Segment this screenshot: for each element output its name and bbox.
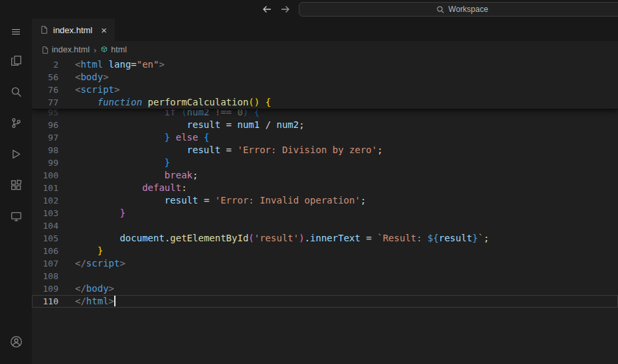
tab-bar: index.html × bbox=[32, 19, 618, 41]
line-number: 56 bbox=[32, 71, 58, 84]
code-line-96[interactable]: 96 result = num1 / num2; bbox=[32, 119, 618, 131]
code-line-95[interactable]: 95 if (num2 !== 0) { bbox=[32, 109, 618, 119]
search-icon bbox=[436, 5, 445, 14]
code-line-105[interactable]: 105 document.getElementById('result').in… bbox=[32, 232, 618, 245]
code-line-76[interactable]: 76<script> bbox=[32, 84, 618, 96]
titlebar: Workspace bbox=[0, 0, 618, 19]
code-line-77[interactable]: 77 function performCalculation() { bbox=[32, 96, 618, 109]
code-lines: 95 if (num2 !== 0) {96 result = num1 / n… bbox=[32, 109, 618, 308]
line-number: 96 bbox=[32, 119, 58, 131]
line-number: 109 bbox=[32, 282, 58, 295]
search-sidebar-icon[interactable] bbox=[0, 76, 32, 107]
code-line-107[interactable]: 107</script> bbox=[32, 257, 618, 270]
line-number: 102 bbox=[32, 194, 58, 207]
code-line-100[interactable]: 100 break; bbox=[32, 169, 618, 182]
line-number: 100 bbox=[32, 169, 58, 182]
run-debug-icon[interactable] bbox=[0, 139, 32, 170]
forward-arrow-icon[interactable] bbox=[280, 4, 291, 15]
source-control-icon[interactable] bbox=[0, 107, 32, 139]
code-line-108[interactable]: 108 bbox=[32, 270, 618, 282]
code-line-2[interactable]: 2<html lang="en"> bbox=[32, 58, 618, 71]
code-line-110[interactable]: 110</html> bbox=[32, 295, 618, 308]
html-file-icon bbox=[40, 25, 48, 34]
line-number: 106 bbox=[32, 245, 58, 257]
breadcrumb-symbol-html[interactable]: html bbox=[100, 45, 127, 54]
vscode-window: Workspace bbox=[0, 0, 618, 364]
breadcrumb-file[interactable]: index.html bbox=[41, 45, 90, 54]
history-nav bbox=[262, 0, 291, 19]
extensions-icon[interactable] bbox=[0, 170, 32, 201]
line-number: 95 bbox=[32, 109, 58, 119]
line-number: 99 bbox=[32, 156, 58, 169]
line-number: 107 bbox=[32, 257, 58, 270]
line-number: 104 bbox=[32, 219, 58, 232]
tab-index-html[interactable]: index.html × bbox=[32, 19, 115, 41]
code-line-106[interactable]: 106 } bbox=[32, 245, 618, 257]
tab-close-icon[interactable]: × bbox=[101, 25, 107, 35]
code-line-99[interactable]: 99 } bbox=[32, 156, 618, 169]
remote-explorer-icon[interactable] bbox=[0, 201, 32, 232]
line-number: 103 bbox=[32, 207, 58, 219]
line-number: 105 bbox=[32, 232, 58, 245]
menu-icon[interactable] bbox=[0, 19, 32, 45]
code-line-97[interactable]: 97 } else { bbox=[32, 131, 618, 144]
line-number: 77 bbox=[32, 96, 58, 109]
tab-label: index.html bbox=[53, 25, 92, 35]
line-number: 97 bbox=[32, 131, 58, 144]
line-number: 76 bbox=[32, 84, 58, 96]
explorer-icon[interactable] bbox=[0, 45, 32, 76]
back-arrow-icon[interactable] bbox=[262, 4, 272, 15]
breadcrumb: index.html › html bbox=[32, 41, 618, 58]
code-line-104[interactable]: 104 bbox=[32, 219, 618, 232]
code-line-101[interactable]: 101 default: bbox=[32, 182, 618, 194]
code-line-109[interactable]: 109</body> bbox=[32, 282, 618, 295]
line-number: 2 bbox=[32, 58, 58, 71]
line-number: 110 bbox=[32, 295, 58, 308]
code-line-56[interactable]: 56<body> bbox=[32, 71, 618, 84]
editor[interactable]: 2<html lang="en">56<body>76<script>77 fu… bbox=[32, 58, 618, 364]
text-cursor bbox=[114, 296, 116, 306]
line-number: 98 bbox=[32, 144, 58, 156]
line-number: 108 bbox=[32, 270, 58, 282]
chevron-right-icon: › bbox=[93, 45, 97, 55]
workspace-search-box[interactable]: Workspace bbox=[299, 2, 618, 17]
code-line-98[interactable]: 98 result = 'Error: Division by zero'; bbox=[32, 144, 618, 156]
line-number: 101 bbox=[32, 182, 58, 194]
activity-bar bbox=[0, 19, 32, 364]
code-line-103[interactable]: 103 } bbox=[32, 207, 618, 219]
search-label: Workspace bbox=[449, 5, 489, 14]
sticky-scroll: 2<html lang="en">56<body>76<script>77 fu… bbox=[32, 58, 618, 109]
code-line-102[interactable]: 102 result = 'Error: Invalid operation'; bbox=[32, 194, 618, 207]
accounts-icon[interactable] bbox=[0, 326, 32, 357]
